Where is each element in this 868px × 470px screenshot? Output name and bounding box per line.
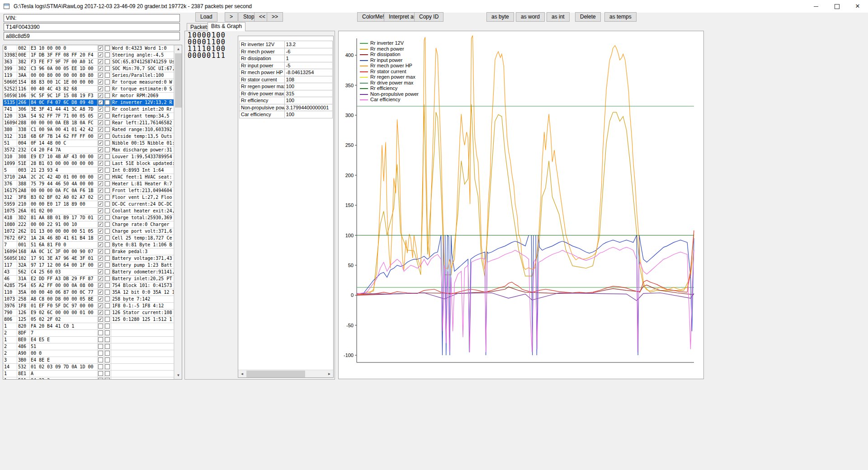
scroll-left-icon[interactable]: ◄ xyxy=(238,370,246,378)
secondary-checkbox[interactable] xyxy=(105,357,110,362)
load-button[interactable]: Load xyxy=(195,12,217,22)
table-row[interactable]: 28DF7 xyxy=(3,330,174,337)
graph-checkbox[interactable] xyxy=(98,371,103,376)
signal-row[interactable]: Rr mech power-6 xyxy=(240,48,333,56)
table-row[interactable]: 380338C1 00 9A 00 41 01 42 42✓Rated rang… xyxy=(3,127,174,133)
signal-row[interactable]: Rr input power-5 xyxy=(240,62,333,70)
table-row[interactable]: 39761F801 EF F0 5F DC 97 00 00✓1F8 0-1:-… xyxy=(3,303,174,310)
graph-checkbox[interactable]: ✓ xyxy=(98,215,103,220)
graph-checkbox[interactable]: ✓ xyxy=(98,107,103,112)
table-row[interactable]: 1820FA 20 B4 41 C0 1 xyxy=(3,323,174,330)
secondary-checkbox[interactable] xyxy=(105,120,110,125)
graph-checkbox[interactable]: ✓ xyxy=(98,269,103,274)
table-row[interactable]: 12033A54 92 FF 7F 71 00 05 05✓Refrigeran… xyxy=(3,113,174,120)
secondary-checkbox[interactable] xyxy=(105,317,110,322)
secondary-checkbox[interactable] xyxy=(105,303,110,308)
secondary-checkbox[interactable] xyxy=(105,66,110,71)
graph-checkbox[interactable]: ✓ xyxy=(98,66,103,71)
secondary-checkbox[interactable] xyxy=(105,127,110,132)
secondary-checkbox[interactable] xyxy=(105,181,110,186)
table-row[interactable]: 1BE0E4 E5 E xyxy=(3,337,174,343)
graph-checkbox[interactable] xyxy=(98,364,103,369)
secondary-checkbox[interactable] xyxy=(105,344,110,349)
table-row[interactable]: 505981069C 5F 9C 1F 15 08 19 F3✓Rr motor… xyxy=(3,93,174,99)
table-row[interactable]: 37102AA2C 2C 42 4D 01 00 00 00✓HVAC feet… xyxy=(3,174,174,181)
table-row[interactable]: 16094168AA 0C 1C 3F 00 00 90 07✓Brake pe… xyxy=(3,249,174,255)
secondary-checkbox[interactable] xyxy=(105,269,110,274)
graph-checkbox[interactable]: ✓ xyxy=(98,86,103,91)
graph-checkbox[interactable]: ✓ xyxy=(98,202,103,207)
forward-button[interactable]: >> xyxy=(267,12,283,22)
graph-checkbox[interactable]: ✓ xyxy=(98,168,103,173)
graph-checkbox[interactable]: ✓ xyxy=(98,276,103,281)
secondary-checkbox[interactable] xyxy=(105,52,110,57)
graph-checkbox[interactable]: ✓ xyxy=(98,127,103,132)
table-row[interactable]: 43562C4 25 60 03✓Battery odometer:91141, xyxy=(3,269,174,276)
as-byte-button[interactable]: as byte xyxy=(486,12,514,22)
table-row[interactable]: 1072262D1 13 00 00 00 00 51 05✓Charge po… xyxy=(3,228,174,235)
graph-checkbox[interactable]: ✓ xyxy=(98,181,103,186)
table-row[interactable]: 790126E9 02 6C 00 00 00 01 00✓126 Stator… xyxy=(3,310,174,316)
secondary-checkbox[interactable] xyxy=(105,222,110,227)
table-row[interactable]: 1073258A8 C8 00 D8 00 00 05 8E✓258 byte … xyxy=(3,296,174,303)
secondary-checkbox[interactable] xyxy=(105,378,110,379)
table-row[interactable]: 595921000 00 E0 17 18 89 00✓DC-DC curren… xyxy=(3,201,174,208)
table-row[interactable]: 3123F8B3 02 BF 02 A0 02 A7 02✓Floor vent… xyxy=(3,194,174,201)
vin-label-field[interactable]: VIN: xyxy=(4,14,180,22)
graph-checkbox[interactable] xyxy=(98,351,103,356)
table-row[interactable]: 37638875 79 44 46 50 4A 00 00✓Heater L:8… xyxy=(3,181,174,188)
table-row[interactable]: 7413063E 3F 41 44 41 3C A8 7D✓Rr coolant… xyxy=(3,106,174,113)
secondary-checkbox[interactable] xyxy=(105,161,110,166)
table-row[interactable]: 109951E28 B1 03 00 00 00 00 00✓Last 51E … xyxy=(3,160,174,167)
bits-row[interactable]: 00000111 xyxy=(188,52,226,59)
table-row[interactable]: 76726F21A 2A 46 8D 41 61 B4 18✓Cell 25 t… xyxy=(3,235,174,242)
signal-row[interactable]: Non-propulsive power3.17994400000001 xyxy=(240,104,333,112)
table-row[interactable]: 18E1A xyxy=(3,371,174,377)
secondary-checkbox[interactable] xyxy=(105,141,110,146)
graph-checkbox[interactable]: ✓ xyxy=(98,174,103,179)
secondary-checkbox[interactable] xyxy=(105,256,110,261)
graph-checkbox[interactable]: ✓ xyxy=(98,208,103,213)
table-row[interactable]: 108022200 00 22 91 00 10✓Charge rate:0 C… xyxy=(3,221,174,228)
graph-checkbox[interactable]: ✓ xyxy=(98,100,103,105)
scroll-down-icon[interactable]: ▼ xyxy=(175,371,182,379)
table-row[interactable]: 2A9000 0 xyxy=(3,350,174,357)
graph-checkbox[interactable] xyxy=(98,337,103,342)
signal-row[interactable]: Car efficiency100 xyxy=(240,111,333,118)
table-row[interactable]: 5252311600 40 4C 43 82 68✓Rr torque esti… xyxy=(3,86,174,93)
graph-checkbox[interactable]: ✓ xyxy=(98,59,103,64)
graph-checkbox[interactable]: ✓ xyxy=(98,310,103,315)
secondary-checkbox[interactable] xyxy=(105,86,110,91)
graph-checkbox[interactable] xyxy=(98,357,103,362)
table-row[interactable]: 107526A01 02 00✓Coolant heater exit:24, xyxy=(3,208,174,215)
secondary-checkbox[interactable] xyxy=(105,337,110,342)
secondary-checkbox[interactable] xyxy=(105,80,110,85)
table-row[interactable]: 248651 xyxy=(3,343,174,350)
signal-row[interactable]: Rr inverter 12V13.2 xyxy=(240,41,333,48)
close-button[interactable]: ✕ xyxy=(847,0,868,13)
vin-input[interactable]: T14F0043390 xyxy=(4,23,180,31)
secondary-checkbox[interactable] xyxy=(105,113,110,118)
secondary-checkbox[interactable] xyxy=(105,134,110,139)
secondary-checkbox[interactable] xyxy=(105,283,110,288)
secondary-checkbox[interactable] xyxy=(105,364,110,369)
secondary-checkbox[interactable] xyxy=(105,46,110,51)
table-row[interactable]: 1453201 02 03 09 7D 0A 1D 00 xyxy=(3,364,174,371)
secondary-checkbox[interactable] xyxy=(105,107,110,112)
graph-checkbox[interactable]: ✓ xyxy=(98,283,103,288)
minimize-button[interactable] xyxy=(806,0,826,13)
graph-checkbox[interactable]: ✓ xyxy=(98,147,103,152)
copy-id-button[interactable]: Copy ID xyxy=(414,12,443,22)
graph-checkbox[interactable] xyxy=(98,344,103,349)
graph-checkbox[interactable]: ✓ xyxy=(98,296,103,301)
secondary-checkbox[interactable] xyxy=(105,324,110,329)
table-row[interactable]: 3123186B 6F 7B 14 62 FF FF 00✓Outside te… xyxy=(3,133,174,140)
graph-checkbox[interactable]: ✓ xyxy=(98,235,103,240)
table-row[interactable]: 399302C3 96 0A 00 05 EE 1D 00✓SOC Min:70… xyxy=(3,66,174,72)
secondary-checkbox[interactable] xyxy=(105,351,110,356)
signal-row[interactable]: Rr mech power HP-8.04613254 xyxy=(240,69,333,76)
secondary-checkbox[interactable] xyxy=(105,154,110,159)
table-row[interactable]: 11732A97 17 12 00 64 00 1F 00✓Battery pu… xyxy=(3,262,174,269)
hash-input[interactable]: a88c8d59 xyxy=(4,32,180,40)
graph-checkbox[interactable]: ✓ xyxy=(98,93,103,98)
